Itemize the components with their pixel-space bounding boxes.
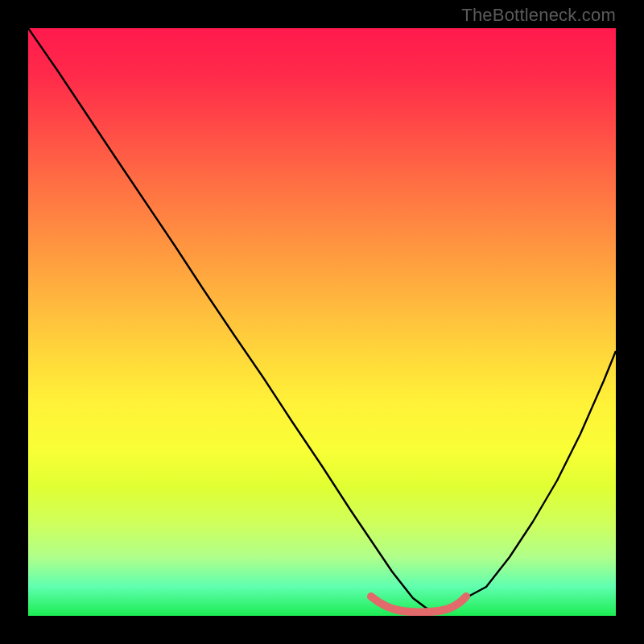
chart-container: TheBottleneck.com xyxy=(0,0,644,644)
plot-gradient-background xyxy=(28,28,616,616)
watermark-text: TheBottleneck.com xyxy=(461,5,616,26)
